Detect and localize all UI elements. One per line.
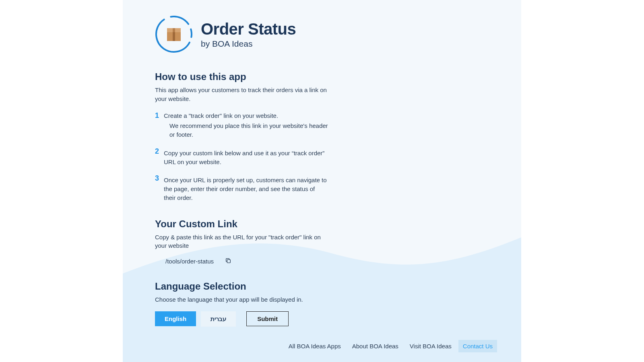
package-icon [165,25,183,43]
copy-button[interactable] [225,257,232,265]
language-option-hebrew[interactable]: עברית [201,311,236,327]
step-1: 1 Create a "track order" link on your we… [155,111,328,139]
copy-icon [225,257,231,264]
customlink-heading: Your Custom Link [155,218,328,230]
customlink-desc: Copy & paste this link as the URL for yo… [155,233,328,251]
svg-rect-4 [173,28,175,32]
customlink-value: /tools/order-status [165,258,214,265]
step-text: Once your URL is properly set up, custom… [164,176,328,202]
step-text: Create a "track order" link on your webs… [164,112,278,119]
step-number: 2 [155,147,160,167]
footer-link-contact[interactable]: Contact Us [458,340,497,352]
language-desc: Choose the language that your app will b… [155,295,489,304]
submit-button[interactable]: Submit [246,311,289,326]
step-number: 1 [155,111,160,139]
step-number: 3 [155,174,160,202]
customlink-section: Your Custom Link Copy & paste this link … [155,218,328,265]
step-2: 2 Copy your custom link below and use it… [155,147,328,167]
footer-link-about[interactable]: About BOA Ideas [348,340,403,352]
language-section: Language Selection Choose the language t… [155,281,489,327]
step-subtext: We recommend you place this link in your… [164,121,328,139]
howto-section: How to use this app This app allows your… [155,71,328,202]
svg-rect-5 [227,259,230,263]
howto-intro: This app allows your customers to track … [155,86,328,103]
app-byline: by BOA Ideas [201,39,296,49]
app-logo [155,15,193,53]
app-header: Order Status by BOA Ideas [155,15,489,53]
language-heading: Language Selection [155,281,489,292]
step-text: Copy your custom link below and use it a… [164,149,328,167]
step-3: 3 Once your URL is properly set up, cust… [155,174,328,202]
footer-link-all-apps[interactable]: All BOA Ideas Apps [284,340,345,352]
language-option-english[interactable]: English [155,311,196,326]
howto-heading: How to use this app [155,71,328,82]
footer-link-visit[interactable]: Visit BOA Ideas [405,340,456,352]
footer-nav: All BOA Ideas Apps About BOA Ideas Visit… [284,340,497,352]
app-title: Order Status [201,20,296,38]
